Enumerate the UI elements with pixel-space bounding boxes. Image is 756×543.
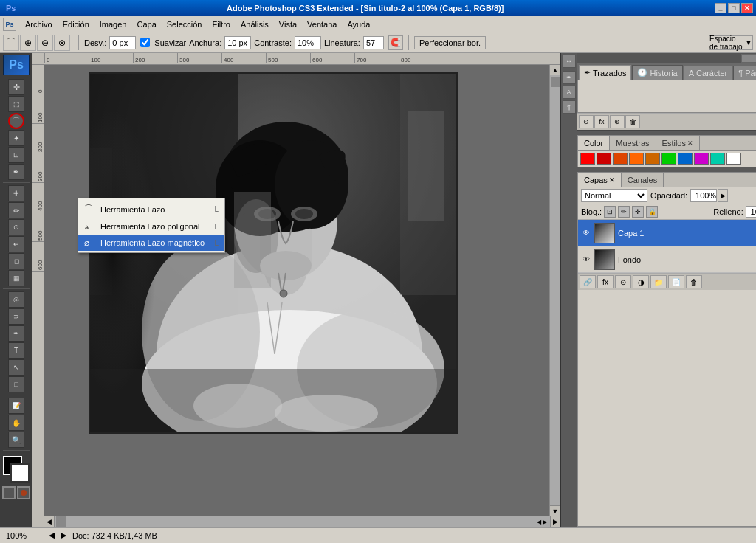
- trazados-btn-1[interactable]: ⊙: [579, 115, 594, 128]
- tab-parrafo[interactable]: ¶ Párrafo: [733, 66, 756, 80]
- menu-analisis[interactable]: Análisis: [236, 18, 273, 30]
- tool-eraser[interactable]: ◻: [8, 253, 24, 269]
- scroll-down-btn[interactable]: ▼: [550, 505, 560, 516]
- tool-eyedropper-top[interactable]: ✒: [8, 164, 24, 180]
- fill-input[interactable]: [746, 206, 756, 218]
- tab-trazados[interactable]: ✒ Trazados: [579, 65, 631, 80]
- tab-historia[interactable]: 🕐 Historia: [632, 65, 682, 80]
- panel-icon-type[interactable]: A: [563, 86, 576, 99]
- capas-close-x[interactable]: ✕: [609, 176, 615, 184]
- workspace-selector[interactable]: Espacio de trabajo ▼: [709, 35, 753, 50]
- layers-link-btn[interactable]: 🔗: [580, 275, 596, 288]
- layer-row-fondo[interactable]: 👁 Fondo 🔒: [578, 246, 756, 273]
- lock-position[interactable]: ✛: [632, 206, 644, 218]
- layers-delete-btn[interactable]: 🗑: [686, 275, 702, 288]
- tab-muestras[interactable]: Muestras: [610, 136, 656, 150]
- tool-pen[interactable]: ✒: [8, 325, 24, 342]
- layer-eye-capa1[interactable]: 👁: [581, 228, 591, 238]
- tool-hand[interactable]: ✋: [8, 415, 24, 431]
- ctx-item-lazo[interactable]: ⌒ Herramienta Lazo L: [78, 200, 224, 218]
- desv-input[interactable]: [109, 36, 136, 49]
- scroll-thumb-h[interactable]: [56, 516, 66, 527]
- restore-button[interactable]: □: [728, 3, 740, 13]
- menu-capa[interactable]: Capa: [132, 18, 160, 30]
- tool-crop[interactable]: ⊡: [8, 147, 24, 163]
- tool-zoom[interactable]: 🔍: [8, 432, 24, 448]
- layers-new-btn[interactable]: 📄: [668, 275, 684, 288]
- scroll-right-status[interactable]: ▶: [61, 530, 66, 540]
- blend-mode-select[interactable]: Normal: [581, 189, 647, 202]
- tool-brush[interactable]: ✏: [8, 202, 24, 218]
- swatch-darkred[interactable]: [597, 153, 611, 165]
- canvas-viewport[interactable]: ⌒ Herramienta Lazo L ⟁ Herramienta Lazo …: [44, 65, 560, 527]
- panel-icon-para[interactable]: ¶: [563, 100, 576, 114]
- ctx-item-lazo-poligonal[interactable]: ⟁ Herramienta Lazo poligonal L: [78, 218, 224, 235]
- menu-ventana[interactable]: Ventana: [303, 18, 341, 30]
- lock-all[interactable]: 🔒: [646, 206, 658, 218]
- scroll-right-btn[interactable]: ▶: [550, 516, 560, 527]
- tool-history-brush[interactable]: ↩: [8, 236, 24, 252]
- lock-transparent[interactable]: ⊡: [604, 206, 616, 218]
- layer-row-capa1[interactable]: 👁 Capa 1: [578, 220, 756, 246]
- tool-dodge[interactable]: ⊃: [8, 308, 24, 325]
- quick-mask-mode[interactable]: [17, 486, 30, 499]
- swatch-brown[interactable]: [645, 153, 660, 165]
- contraste-input[interactable]: [295, 36, 321, 49]
- opacity-input[interactable]: [690, 189, 717, 202]
- tool-marquee[interactable]: ⬚: [8, 96, 24, 112]
- layers-adj-btn[interactable]: ◑: [633, 275, 649, 288]
- trazados-btn-2[interactable]: fx: [594, 115, 609, 128]
- menu-filtro[interactable]: Filtro: [207, 18, 234, 30]
- close-button[interactable]: ✕: [741, 3, 753, 13]
- tool-lasso[interactable]: ⌒: [8, 113, 24, 129]
- standard-mode[interactable]: [2, 486, 16, 499]
- tool-gradient[interactable]: ▦: [8, 270, 24, 286]
- opt-icon-magnet[interactable]: 🧲: [388, 35, 403, 50]
- tab-color[interactable]: Color: [578, 136, 610, 150]
- swatch-red[interactable]: [580, 153, 595, 165]
- scroll-up-btn[interactable]: ▲: [550, 65, 560, 75]
- swatch-white[interactable]: [726, 153, 741, 165]
- tool-heal[interactable]: ✚: [8, 185, 24, 201]
- scroll-thumb-v[interactable]: [551, 77, 560, 87]
- scroll-left-status[interactable]: ◀: [49, 530, 55, 540]
- menu-ayuda[interactable]: Ayuda: [343, 18, 374, 30]
- scroll-left-btn[interactable]: ◀: [44, 516, 55, 527]
- tab-caracter[interactable]: A Carácter: [684, 66, 733, 80]
- background-color[interactable]: [10, 463, 30, 483]
- tab-capas[interactable]: Capas ✕: [578, 173, 622, 187]
- tool-stamp[interactable]: ⊙: [8, 219, 24, 235]
- document-canvas[interactable]: [89, 72, 458, 434]
- swatch-blue[interactable]: [678, 153, 693, 165]
- tool-path-select[interactable]: ↖: [8, 359, 24, 376]
- tool-move[interactable]: ✛: [8, 79, 24, 95]
- lock-image[interactable]: ✏: [618, 206, 630, 218]
- scrollbar-vertical[interactable]: ▲ ▼: [549, 65, 560, 516]
- menu-archivo[interactable]: Archivo: [21, 18, 57, 30]
- swatch-green[interactable]: [662, 153, 676, 165]
- swatch-purple[interactable]: [694, 153, 709, 165]
- opacity-arrow[interactable]: ▶: [718, 189, 728, 202]
- minimize-button[interactable]: _: [715, 3, 726, 13]
- ctx-item-lazo-magnetico[interactable]: ⌀ Herramienta Lazo magnético L: [78, 235, 224, 251]
- swatch-orange2[interactable]: [629, 153, 644, 165]
- collapse-arrow-left[interactable]: ◀◀: [741, 54, 756, 63]
- tool-shape[interactable]: □: [8, 376, 24, 392]
- linea-input[interactable]: [363, 36, 384, 49]
- scrollbar-horizontal[interactable]: ◀ ◀ ▶ ▶: [44, 516, 560, 527]
- tab-estilos[interactable]: Estilos ✕: [656, 136, 700, 150]
- menu-edicion[interactable]: Edición: [58, 18, 94, 30]
- swatch-teal[interactable]: [710, 153, 725, 165]
- layers-mask-btn[interactable]: ⊙: [615, 275, 631, 288]
- tool-text[interactable]: T: [8, 342, 24, 359]
- anchura-input[interactable]: [224, 36, 251, 49]
- layers-group-btn[interactable]: 📁: [650, 275, 667, 288]
- menu-imagen[interactable]: Imagen: [95, 18, 131, 30]
- panel-icon-arrow[interactable]: ↔: [563, 55, 576, 68]
- trazados-btn-4[interactable]: 🗑: [625, 115, 640, 128]
- menu-vista[interactable]: Vista: [275, 18, 301, 30]
- layers-fx-btn[interactable]: fx: [597, 275, 614, 288]
- perfeccionar-button[interactable]: Perfeccionar bor.: [414, 36, 486, 49]
- swatch-orange[interactable]: [613, 153, 628, 165]
- trazados-btn-3[interactable]: ⊕: [610, 115, 625, 128]
